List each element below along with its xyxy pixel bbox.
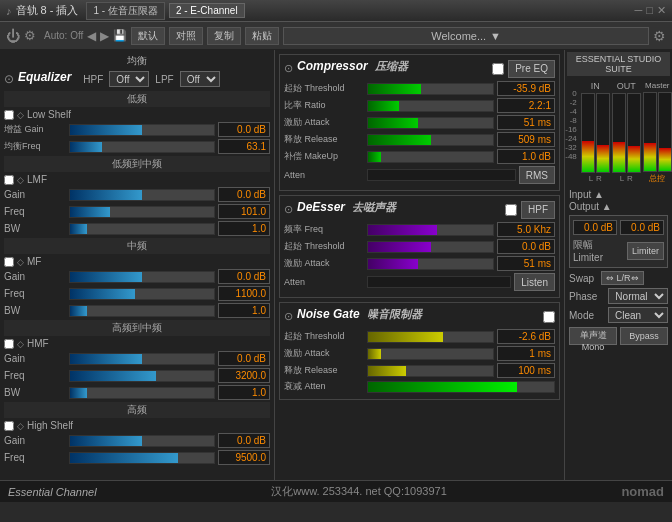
deesser-freq-row: 频率 Freq 5.0 Khz xyxy=(284,222,555,237)
noise-atten-slider[interactable] xyxy=(367,381,555,393)
hmf-bw-slider[interactable] xyxy=(69,387,215,399)
mode-select[interactable]: Clean Warm Vintage xyxy=(608,307,668,323)
high-shelf-freq-value: 9500.0 xyxy=(218,450,270,465)
input-output-section: Input ▲ Output ▲ 0.0 dB 0.0 dB 限幅 Limite… xyxy=(567,186,670,348)
comp-makeup-row: 补偿 MakeUp 1.0 dB xyxy=(284,149,555,164)
input-label[interactable]: Input ▲ xyxy=(569,189,668,200)
noise-power-icon[interactable]: ⊙ xyxy=(284,310,293,323)
comp-release-label: 释放 Release xyxy=(284,133,364,146)
noise-gate-section: ⊙ Noise Gate 噪音限制器 起始 Threshold -2.6 dB … xyxy=(279,302,560,400)
mono-button[interactable]: 单声道 Mono xyxy=(569,327,617,345)
comp-attack-slider[interactable] xyxy=(367,117,494,129)
lmf-freq-slider[interactable] xyxy=(69,206,215,218)
pre-eq-button[interactable]: Pre EQ xyxy=(508,60,555,78)
compare-label[interactable]: 对照 xyxy=(169,27,203,45)
low-shelf-checkbox[interactable] xyxy=(4,110,14,120)
comp-ratio-slider[interactable] xyxy=(367,100,494,112)
hmf-freq-row: Freq 3200.0 xyxy=(4,368,270,383)
hmf-gain-value: 0.0 dB xyxy=(218,351,270,366)
listen-button[interactable]: Listen xyxy=(514,273,555,291)
noise-threshold-slider[interactable] xyxy=(367,331,494,343)
noise-attack-label: 激励 Attack xyxy=(284,347,364,360)
default-label[interactable]: 默认 xyxy=(131,27,165,45)
meter-in-l: IN LR xyxy=(581,81,610,184)
copy-label[interactable]: 复制 xyxy=(207,27,241,45)
deesser-freq-slider[interactable] xyxy=(367,224,494,236)
mf-freq-slider[interactable] xyxy=(69,288,215,300)
low-shelf-freq-label: 均衡Freq xyxy=(4,140,66,153)
close-button[interactable]: ✕ xyxy=(657,4,666,17)
comp-makeup-value: 1.0 dB xyxy=(497,149,555,164)
deesser-attack-slider[interactable] xyxy=(367,258,494,270)
mid-high-label: 高频到中频 xyxy=(4,320,270,336)
low-shelf-freq-value: 63.1 xyxy=(218,139,270,154)
noise-attack-slider[interactable] xyxy=(367,348,494,360)
deesser-enable-checkbox[interactable] xyxy=(505,204,517,216)
comp-enable-checkbox[interactable] xyxy=(492,63,504,75)
meter-out-l-bar xyxy=(612,93,626,173)
comp-release-slider[interactable] xyxy=(367,134,494,146)
hmf-checkbox[interactable] xyxy=(4,339,14,349)
low-shelf-freq-slider[interactable] xyxy=(69,141,215,153)
plugin2-selector[interactable]: 2 - E-Channel xyxy=(169,3,245,18)
gear-icon[interactable]: ⚙ xyxy=(653,28,666,44)
deesser-atten-slider[interactable] xyxy=(367,276,511,288)
hmf-label: HMF xyxy=(27,338,59,349)
paste-label[interactable]: 粘贴 xyxy=(245,27,279,45)
hpf-label: HPF xyxy=(83,74,103,85)
power-icon[interactable]: ⏻ xyxy=(6,28,20,44)
meter-out-r-bar xyxy=(627,93,641,173)
save-icon[interactable]: 💾 xyxy=(113,29,127,42)
hpf-select[interactable]: OffOn xyxy=(109,71,149,87)
minimize-button[interactable]: ─ xyxy=(635,4,643,17)
lpf-select[interactable]: OffOn xyxy=(180,71,220,87)
hmf-freq-slider[interactable] xyxy=(69,370,215,382)
bottom-center-text: 汉化www. 253344. net QQ:1093971 xyxy=(97,484,622,499)
low-shelf-gain-label: 增益 Gain xyxy=(4,123,66,136)
meter-container: 0 -2 -4 -8 -16 -24 -32 -48 IN xyxy=(567,79,670,186)
comp-atten-slider[interactable] xyxy=(367,169,516,181)
lmf-bw-slider[interactable] xyxy=(69,223,215,235)
low-shelf-gain-slider[interactable] xyxy=(69,124,215,136)
high-shelf-gain-slider[interactable] xyxy=(69,435,215,447)
hmf-gain-slider[interactable] xyxy=(69,353,215,365)
mf-gain-slider[interactable] xyxy=(69,271,215,283)
phase-select[interactable]: Normal Invert xyxy=(608,288,668,304)
maximize-button[interactable]: □ xyxy=(646,4,653,17)
back-button[interactable]: ◀ xyxy=(87,29,96,43)
mf-checkbox[interactable] xyxy=(4,257,14,267)
mf-freq-value: 1100.0 xyxy=(218,286,270,301)
high-shelf-gain-value: 0.0 dB xyxy=(218,433,270,448)
comp-threshold-slider[interactable] xyxy=(367,83,494,95)
bypass-button[interactable]: Bypass xyxy=(620,327,668,345)
comp-release-row: 释放 Release 509 ms xyxy=(284,132,555,147)
high-shelf-gain-row: Gain 0.0 dB xyxy=(4,433,270,448)
comp-power-icon[interactable]: ⊙ xyxy=(284,62,293,75)
comp-makeup-label: 补偿 MakeUp xyxy=(284,150,364,163)
output-label[interactable]: Output ▲ xyxy=(569,201,668,212)
deesser-hpf-button[interactable]: HPF xyxy=(521,201,555,219)
noise-enable-checkbox[interactable] xyxy=(543,311,555,323)
lmf-gain-slider[interactable] xyxy=(69,189,215,201)
high-shelf-freq-label: Freq xyxy=(4,452,66,463)
lmf-checkbox[interactable] xyxy=(4,175,14,185)
lmf-freq-label: Freq xyxy=(4,206,66,217)
comp-makeup-slider[interactable] xyxy=(367,151,494,163)
forward-button[interactable]: ▶ xyxy=(100,29,109,43)
mf-bw-slider[interactable] xyxy=(69,305,215,317)
comp-threshold-value: -35.9 dB xyxy=(497,81,555,96)
eq-title: Equalizer xyxy=(18,70,71,84)
plugin1-selector[interactable]: 1 - 佐音压限器 xyxy=(86,2,164,20)
noise-release-slider[interactable] xyxy=(367,365,494,377)
compressor-section: ⊙ Compressor 压缩器 Pre EQ 起始 Threshold -35… xyxy=(279,54,560,191)
high-shelf-checkbox[interactable] xyxy=(4,421,14,431)
high-shelf-gain-label: Gain xyxy=(4,435,66,446)
rms-button[interactable]: RMS xyxy=(519,166,555,184)
high-shelf-freq-slider[interactable] xyxy=(69,452,215,464)
limiter-button[interactable]: Limiter xyxy=(627,242,664,260)
deesser-threshold-slider[interactable] xyxy=(367,241,494,253)
eq-power-icon[interactable]: ⊙ xyxy=(4,72,14,86)
swap-lr-button[interactable]: ⇔ L/R⇔ xyxy=(601,271,644,285)
deesser-power-icon[interactable]: ⊙ xyxy=(284,203,293,216)
settings-icon[interactable]: ⚙ xyxy=(24,28,36,43)
